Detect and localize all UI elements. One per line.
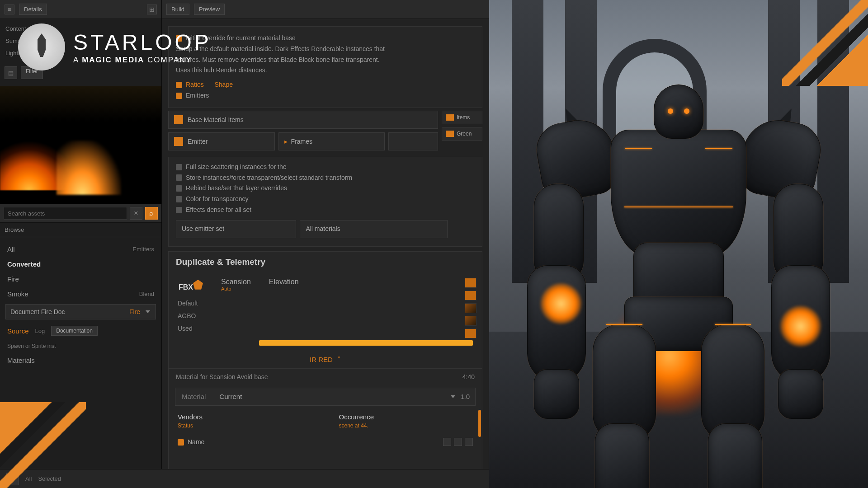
add-row[interactable]: Name (169, 433, 482, 450)
emitter-field[interactable]: Emitter (168, 132, 275, 150)
category-row[interactable]: Fire (5, 272, 156, 286)
grid-icon[interactable]: ⊞ (147, 5, 157, 14)
shield-icon (193, 280, 203, 290)
left-toolbar: ≡ Details ⊞ (0, 0, 161, 19)
base-material-field[interactable]: Base Material Items (168, 111, 438, 129)
category-row[interactable]: Spawn or Sprite inst (5, 339, 156, 353)
tab-elevation[interactable]: Elevation (268, 276, 300, 293)
category-dropdown[interactable]: Document Fire DocFire (5, 304, 156, 319)
emitter-icon (174, 137, 183, 146)
swatch[interactable] (465, 291, 476, 300)
material-icon (174, 115, 183, 124)
swatch[interactable] (465, 278, 476, 288)
telemetry-panel: Duplicate & Telemetry FBX ScansionAuto E… (168, 251, 482, 488)
filter-toggle-icon[interactable]: ▤ (5, 66, 17, 79)
prop-row[interactable]: Used (169, 322, 482, 335)
category-row[interactable]: AllEmitters (5, 242, 156, 257)
prop-row[interactable]: AGBO (169, 310, 482, 322)
brand-title: STARLOOP (73, 30, 212, 55)
build-button[interactable]: Build (166, 4, 189, 15)
checks-block: Full size scattering instances for the S… (168, 157, 482, 247)
swatch[interactable] (465, 328, 476, 338)
character-mech (534, 71, 823, 469)
brand-logo: STARLOOP A MAGIC MEDIA COMPANY (18, 23, 212, 70)
modline-a[interactable]: Use emitter set (176, 220, 296, 238)
tab-scansion[interactable]: ScansionAuto (220, 276, 252, 293)
modline-b[interactable]: All materials (300, 220, 448, 238)
preview-button[interactable]: Preview (194, 4, 225, 15)
details-button[interactable]: Details (19, 4, 47, 15)
swatch-column (465, 278, 476, 338)
docs-button[interactable]: Documentation (51, 326, 98, 336)
more-icon[interactable] (465, 438, 473, 446)
category-row[interactable]: Materials (5, 353, 156, 368)
search-input[interactable] (4, 207, 127, 220)
copy-icon[interactable] (454, 438, 462, 446)
sub-header: Material for Scansion Avoid base4:40 (169, 368, 482, 385)
menu-icon[interactable]: ≡ (5, 5, 14, 14)
vendors-col: VendorsStatus (178, 413, 312, 429)
corner-accent-bl (0, 402, 86, 488)
fire-preview-viewport[interactable] (0, 86, 161, 204)
chevron-down-icon: ˅ (337, 356, 341, 364)
category-row[interactable]: SourceLogDocumentation (5, 322, 156, 339)
occurrence-col: Occurrencescene at 44. (339, 413, 473, 429)
corner-accent-tr (782, 0, 868, 86)
panel-title: Duplicate & Telemetry (169, 252, 482, 272)
asset-search-bar: × ⌕ (0, 204, 161, 223)
link-icon[interactable] (443, 438, 451, 446)
scrollbar-thumb[interactable] (478, 410, 481, 437)
tab-fbx[interactable]: FBX (178, 276, 204, 293)
material-select[interactable]: MaterialCurrent1.0 (175, 388, 476, 406)
value-field[interactable] (388, 132, 438, 150)
search-icon[interactable]: ⌕ (145, 207, 158, 220)
swatch[interactable] (465, 303, 476, 313)
prop-row[interactable]: Default (169, 297, 482, 310)
rocket-icon (18, 23, 65, 70)
mid-toolbar: Build Preview (162, 0, 489, 19)
ir-dropdown[interactable]: IR RED˅ (169, 351, 482, 368)
browse-tab[interactable]: Browse (5, 226, 24, 233)
progress-bar[interactable] (259, 340, 473, 346)
category-row[interactable]: Converted (5, 257, 156, 272)
info-block: Initial override for current material ba… (168, 26, 482, 108)
chip-green[interactable]: Green (442, 127, 482, 141)
brand-subtitle: A MAGIC MEDIA COMPANY (73, 56, 212, 65)
category-row[interactable]: SmokeBlend (5, 286, 156, 301)
category-list: AllEmitters Converted Fire SmokeBlend Do… (0, 237, 161, 372)
frames-field[interactable]: ▸Frames (278, 132, 385, 150)
clear-icon[interactable]: × (130, 207, 142, 220)
chip-items[interactable]: Items (442, 111, 482, 124)
swatch[interactable] (465, 316, 476, 326)
